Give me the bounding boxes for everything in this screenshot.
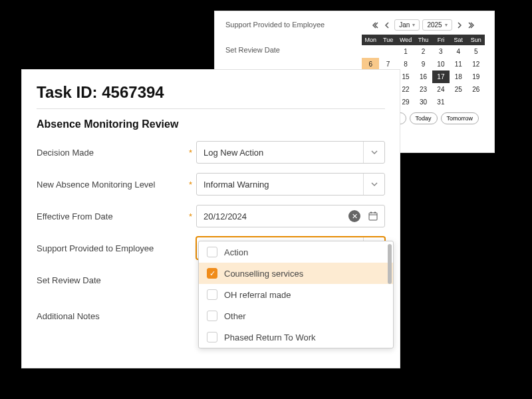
- dropdown-option-label: Other: [224, 311, 246, 321]
- dropdown-option[interactable]: ✓Counselling services: [199, 263, 393, 284]
- dropdown-scrollbar[interactable]: [388, 244, 392, 284]
- calendar-day-cell: [379, 45, 396, 58]
- dropdown-option[interactable]: Other: [199, 305, 393, 327]
- task-id-title: Task ID: 4567394: [37, 83, 385, 102]
- calendar-day-cell[interactable]: 4: [450, 45, 467, 58]
- decision-made-value: Log New Action: [203, 148, 263, 158]
- label-effective-date: Effective From Date*: [37, 211, 196, 221]
- label-set-review-date: Set Review Date: [37, 275, 196, 285]
- calendar-day-cell: [467, 96, 485, 108]
- calendar-prev-month-icon[interactable]: [382, 21, 392, 30]
- calendar-tomorrow-button[interactable]: Tomorrow: [441, 112, 479, 124]
- calendar-day-cell[interactable]: 30: [414, 96, 432, 108]
- label-additional-notes: Additional Notes: [37, 311, 196, 321]
- checkbox-unchecked-icon[interactable]: [207, 247, 217, 257]
- calendar-day-cell[interactable]: 31: [432, 96, 450, 108]
- section-title: Absence Monitoring Review: [37, 118, 385, 130]
- calendar-icon[interactable]: [367, 210, 379, 222]
- calendar-day-cell[interactable]: 17: [432, 70, 450, 83]
- label-decision-made: Decision Made*: [37, 148, 196, 158]
- calendar-weekday-header: Tue: [379, 35, 396, 45]
- calendar-weekday-header: Wed: [397, 35, 414, 45]
- monitoring-level-value: Informal Warning: [203, 180, 269, 190]
- calendar-next-month-icon[interactable]: [455, 21, 464, 30]
- effective-date-input[interactable]: 20/12/2024 ✕: [196, 205, 385, 227]
- calendar-weekday-header: Fri: [432, 35, 450, 45]
- label-monitoring-level: New Absence Monitoring Level*: [37, 180, 196, 190]
- calendar-month-select[interactable]: Jan ▾: [394, 19, 420, 31]
- calendar-weekday-header: Sat: [450, 35, 467, 45]
- label-support-provided: Support Provided to Employee: [37, 243, 196, 253]
- checkbox-unchecked-icon[interactable]: [207, 289, 217, 300]
- calendar-day-cell[interactable]: 23: [414, 83, 432, 96]
- effective-date-value: 20/12/2024: [203, 211, 247, 221]
- calendar-year-value: 2025: [427, 21, 442, 29]
- calendar-weekday-header: Sun: [467, 35, 485, 45]
- support-provided-dropdown[interactable]: Action✓Counselling servicesOH referral m…: [198, 241, 394, 348]
- calendar-day-cell[interactable]: 24: [432, 83, 450, 96]
- clear-icon[interactable]: ✕: [348, 210, 360, 222]
- calendar-day-cell[interactable]: 3: [432, 45, 450, 58]
- calendar-day-cell[interactable]: 11: [450, 58, 467, 70]
- dropdown-option-label: Counselling services: [224, 269, 303, 279]
- dropdown-option-label: Phased Return To Work: [224, 332, 316, 342]
- calendar-day-cell[interactable]: 18: [450, 70, 467, 83]
- dropdown-option-label: OH referral made: [224, 290, 291, 300]
- chevron-down-icon: ▾: [412, 22, 415, 28]
- dropdown-option-label: Action: [224, 247, 248, 257]
- calendar-day-cell: [362, 45, 379, 58]
- checkbox-unchecked-icon[interactable]: [207, 332, 217, 342]
- calendar-day-cell[interactable]: 5: [467, 45, 485, 58]
- calendar-day-cell[interactable]: 19: [467, 70, 485, 83]
- decision-made-select[interactable]: Log New Action: [196, 141, 385, 164]
- calendar-prev-year-icon[interactable]: [370, 21, 380, 30]
- calendar-day-cell[interactable]: 2: [414, 45, 432, 58]
- calendar-day-cell[interactable]: 12: [467, 58, 485, 70]
- calendar-day-cell[interactable]: 10: [432, 58, 450, 70]
- calendar-day-cell[interactable]: 25: [450, 83, 467, 96]
- dropdown-option[interactable]: Action: [199, 241, 393, 263]
- checkbox-unchecked-icon[interactable]: [207, 311, 217, 321]
- chevron-down-icon: [363, 142, 384, 163]
- svg-rect-0: [369, 213, 377, 220]
- calendar-day-cell[interactable]: 16: [414, 70, 432, 83]
- chevron-down-icon: [363, 174, 384, 195]
- calendar-weekday-header: Thu: [414, 35, 432, 45]
- monitoring-level-select[interactable]: Informal Warning: [196, 173, 385, 196]
- calendar-today-button[interactable]: Today: [410, 112, 438, 124]
- calendar-day-cell[interactable]: 9: [414, 58, 432, 70]
- dropdown-option[interactable]: OH referral made: [199, 284, 393, 305]
- calendar-month-value: Jan: [399, 21, 410, 29]
- calendar-year-select[interactable]: 2025 ▾: [422, 19, 452, 31]
- calendar-day-cell[interactable]: 1: [397, 45, 414, 58]
- checkbox-checked-icon[interactable]: ✓: [207, 268, 217, 279]
- divider: [37, 108, 385, 109]
- chevron-down-icon: ▾: [445, 22, 448, 28]
- calendar-day-cell[interactable]: 26: [467, 83, 485, 96]
- dropdown-option[interactable]: Phased Return To Work: [199, 327, 393, 348]
- calendar-next-year-icon[interactable]: [467, 21, 476, 30]
- calendar-weekday-header: Mon: [362, 35, 379, 45]
- calendar-day-cell: [450, 96, 467, 108]
